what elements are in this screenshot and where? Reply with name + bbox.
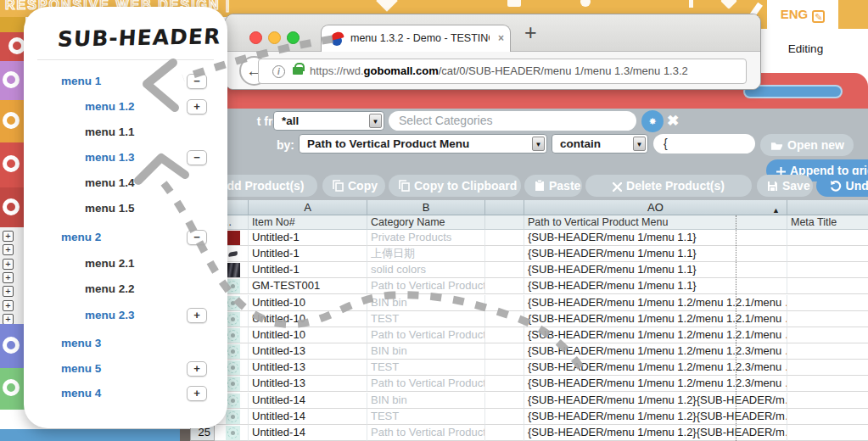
item-no-cell[interactable]: Untitled-14	[249, 425, 367, 441]
collapse-toggle-button[interactable]: −	[187, 74, 207, 89]
meta-title-cell[interactable]	[787, 409, 868, 425]
scrollbar-grip[interactable]	[180, 429, 190, 441]
star-circle-button[interactable]: ✸	[641, 110, 664, 132]
close-window-button[interactable]	[249, 31, 262, 44]
category-name-cell[interactable]: TEST	[367, 409, 485, 425]
category-name-cell[interactable]: Path to Vertical Product-M…	[367, 376, 485, 392]
column-header-item-no-[interactable]: Item No#	[249, 215, 367, 230]
meta-title-cell[interactable]	[787, 327, 868, 343]
column-header-category-name[interactable]: Category Name	[367, 215, 485, 230]
menu-item-menu-2-3[interactable]: menu 2.3	[85, 309, 135, 321]
vertical-menu-path-cell[interactable]: {SUB-HEADER/menu 1/menu 1.2}{SUB-HEADER/…	[524, 409, 787, 425]
menu-item-menu-2-1[interactable]: menu 2.1	[85, 257, 135, 270]
collapse-toggle-button[interactable]: −	[187, 150, 207, 165]
tree-expander-icon[interactable]: +	[3, 244, 14, 255]
new-tab-button[interactable]: +	[524, 20, 537, 45]
copy-button[interactable]: Copy	[322, 175, 385, 197]
vertical-menu-path-cell[interactable]: {SUB-HEADER/menu 1/menu 1.2/menu 1.2.1/m…	[524, 295, 787, 311]
meta-title-cell[interactable]	[787, 295, 868, 311]
expand-toggle-button[interactable]: +	[187, 308, 207, 323]
tab-close-icon[interactable]: ×	[498, 32, 504, 44]
blank-cell[interactable]	[485, 393, 524, 409]
vertical-menu-path-cell[interactable]: {SUB-HEADER/menu 1/menu 1.2}{SUB-HEADER/…	[524, 425, 787, 441]
field-select[interactable]: Path to Vertical Product Menu ▼	[299, 134, 547, 154]
category-name-cell[interactable]: Path to Vertical Product-M…	[367, 327, 485, 343]
open-new-button[interactable]: Open new	[760, 134, 854, 156]
category-name-cell[interactable]: TEST	[367, 311, 485, 327]
item-no-cell[interactable]: Untitled-14	[249, 393, 367, 409]
meta-title-cell[interactable]	[787, 425, 868, 441]
column-letter-AO[interactable]: AO▲	[524, 200, 787, 215]
blank-cell[interactable]	[485, 278, 524, 294]
item-no-cell[interactable]: Untitled-13	[249, 376, 367, 392]
copy-to-clipboard-button[interactable]: Copy to Clipboard	[389, 175, 521, 197]
vertical-menu-path-cell[interactable]: {SUB-HEADER/menu 1/menu 1.1}	[524, 278, 787, 294]
menu-item-menu-1-3[interactable]: menu 1.3	[85, 151, 135, 164]
blank-cell[interactable]	[485, 230, 524, 246]
paste-button[interactable]: Paste	[524, 175, 582, 197]
close-filter-icon[interactable]: ✖	[667, 112, 679, 130]
expand-toggle-button[interactable]: +	[187, 99, 207, 114]
menu-item-menu-5[interactable]: menu 5	[61, 362, 101, 375]
browser-tab[interactable]: menu 1.3.2 - Demo - TESTING ×	[321, 25, 511, 53]
menu-item-menu-1-5[interactable]: menu 1.5	[85, 202, 135, 215]
column-letter-5[interactable]	[787, 200, 868, 215]
blank-cell[interactable]	[485, 311, 524, 327]
category-name-cell[interactable]: BIN bin	[367, 295, 485, 311]
meta-title-cell[interactable]	[787, 343, 868, 360]
menu-item-menu-2[interactable]: menu 2	[61, 231, 101, 243]
meta-title-cell[interactable]	[787, 393, 868, 409]
item-no-cell[interactable]: Untitled-1	[249, 230, 367, 246]
undo-button[interactable]: Undo	[816, 175, 868, 197]
menu-item-menu-2-2[interactable]: menu 2.2	[85, 282, 135, 295]
collapse-toggle-button[interactable]: −	[187, 230, 207, 245]
column-header-path-to-vertical-product-menu[interactable]: Path to Vertical Product Menu	[524, 215, 787, 230]
chevron-down-icon[interactable]: ▼	[369, 114, 382, 128]
tree-expander-icon[interactable]: +	[3, 300, 14, 311]
minimize-window-button[interactable]	[268, 31, 281, 44]
vertical-menu-path-cell[interactable]: {SUB-HEADER/menu 1/menu 1.2/menu 1.2.3/m…	[524, 376, 787, 392]
category-search-input[interactable]: Select Categories	[389, 111, 636, 131]
meta-title-cell[interactable]	[787, 278, 868, 294]
blank-cell[interactable]	[485, 327, 524, 343]
expand-toggle-button[interactable]: +	[187, 386, 207, 401]
menu-item-menu-4[interactable]: menu 4	[61, 387, 101, 399]
meta-title-cell[interactable]	[787, 246, 868, 262]
vertical-menu-path-cell[interactable]: {SUB-HEADER/menu 1/menu 1.1}	[524, 262, 787, 278]
tree-expander-icon[interactable]: +	[3, 286, 14, 297]
info-icon[interactable]: i	[272, 65, 285, 78]
category-name-cell[interactable]: BIN bin	[367, 393, 485, 409]
chevron-down-icon[interactable]: ▼	[532, 137, 545, 151]
horizontal-scrollbar[interactable]	[0, 429, 180, 441]
vertical-menu-path-cell[interactable]: {SUB-HEADER/menu 1/menu 1.2/menu 1.2.3/m…	[524, 343, 787, 360]
blank-cell[interactable]	[485, 246, 524, 262]
column-letter-3[interactable]	[485, 200, 524, 215]
blank-cell[interactable]	[485, 425, 524, 441]
category-name-cell[interactable]: 上傳日期	[367, 246, 485, 262]
column-header-blank[interactable]	[485, 215, 524, 230]
category-name-cell[interactable]: BIN bin	[367, 343, 485, 360]
source-select[interactable]: *all ▼	[273, 111, 384, 131]
operator-select[interactable]: contain ▼	[552, 134, 648, 154]
search-value-input[interactable]: {	[653, 134, 755, 154]
vertical-menu-path-cell[interactable]: {SUB-HEADER/menu 1/menu 1.2/menu 1.2.3/m…	[524, 360, 787, 376]
chevron-down-icon[interactable]: ▼	[633, 137, 646, 151]
blank-cell[interactable]	[485, 262, 524, 278]
menu-item-menu-1-1[interactable]: menu 1.1	[85, 126, 135, 138]
thumbnail-cell[interactable]	[212, 425, 249, 441]
column-letter-B[interactable]: B	[367, 200, 485, 215]
blank-cell[interactable]	[485, 360, 524, 376]
address-bar[interactable]: i https://rwd.gobomall.com/cat/0/SUB-HEA…	[258, 59, 747, 84]
item-no-cell[interactable]: Untitled-10	[249, 311, 367, 327]
edit-pencil-icon[interactable]: ✎	[812, 10, 825, 23]
menu-item-menu-1-4[interactable]: menu 1.4	[85, 176, 135, 189]
category-name-cell[interactable]: solid colors	[367, 262, 485, 278]
blank-cell[interactable]	[485, 343, 524, 360]
item-no-cell[interactable]: Untitled-13	[249, 343, 367, 360]
delete-product-s-button[interactable]: Delete Product(s)	[585, 175, 752, 197]
menu-item-menu-3[interactable]: menu 3	[61, 337, 101, 349]
blank-cell[interactable]	[485, 295, 524, 311]
meta-title-cell[interactable]	[787, 230, 868, 246]
menu-item-menu-1-2[interactable]: menu 1.2	[85, 100, 135, 113]
dd-product-s-button[interactable]: dd Product(s)	[214, 175, 317, 197]
